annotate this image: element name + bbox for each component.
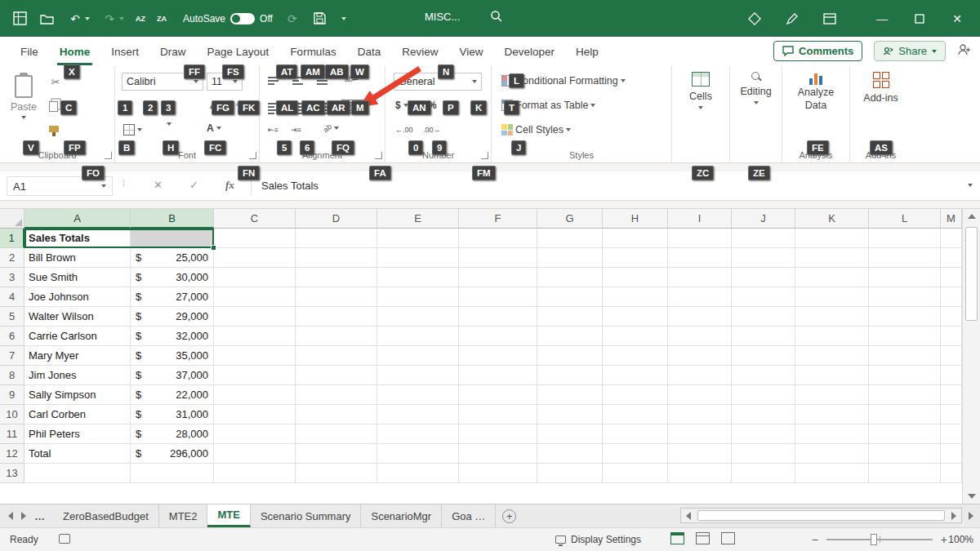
grid-cell[interactable] xyxy=(869,346,941,366)
scroll-right-icon[interactable] xyxy=(947,509,961,522)
grid-cell[interactable] xyxy=(214,327,296,346)
vertical-scroll-thumb[interactable] xyxy=(965,227,978,321)
grid-cell[interactable] xyxy=(732,287,795,307)
format-as-table-button[interactable]: Format as Table xyxy=(501,100,595,111)
font-color-button[interactable]: A xyxy=(207,122,221,134)
grid-cell[interactable] xyxy=(296,287,377,307)
sort-az-icon[interactable]: AZ xyxy=(136,16,145,22)
increase-indent-button[interactable]: ⇥≡ xyxy=(291,126,301,134)
row-header-11[interactable]: 11 xyxy=(0,424,24,444)
decrease-decimal-button[interactable]: .00→ xyxy=(423,126,441,134)
grid-cell[interactable] xyxy=(296,424,377,444)
sheet-overflow-button[interactable]: … xyxy=(34,510,45,522)
sheet-scroll-right-end[interactable] xyxy=(964,508,978,523)
align-center-button[interactable] xyxy=(292,101,303,116)
save-icon[interactable] xyxy=(312,11,328,27)
grid-cell[interactable] xyxy=(869,229,941,248)
grid-cell[interactable] xyxy=(668,307,732,327)
row-header-13[interactable]: 13 xyxy=(0,464,24,483)
grid-cell[interactable] xyxy=(732,444,795,464)
grid-cell[interactable] xyxy=(459,229,537,248)
column-header-F[interactable]: F xyxy=(459,209,537,229)
row-header-10[interactable]: 10 xyxy=(0,405,24,424)
grow-font-button[interactable]: A˄ xyxy=(210,100,223,111)
quick-access-caret-icon[interactable] xyxy=(341,17,346,20)
font-name-combo[interactable]: Calibri xyxy=(122,73,203,91)
grid-cell[interactable] xyxy=(668,287,732,307)
grid-cell-B13[interactable] xyxy=(131,464,214,483)
maximize-button[interactable] xyxy=(911,11,928,27)
align-left-button[interactable] xyxy=(268,101,278,116)
grid-cell[interactable] xyxy=(668,248,732,268)
grid-cell[interactable] xyxy=(941,444,962,464)
grid-cell-B10[interactable]: $31,000 xyxy=(131,405,214,424)
grid-cell[interactable] xyxy=(869,248,941,268)
grid-cell[interactable] xyxy=(214,366,296,385)
grid-cell[interactable] xyxy=(603,248,668,268)
row-header-1[interactable]: 1 xyxy=(0,229,24,248)
grid-cell[interactable] xyxy=(296,366,377,385)
normal-view-button[interactable] xyxy=(670,532,684,544)
grid-cell[interactable] xyxy=(732,346,795,366)
grid-cell-B4[interactable]: $27,000 xyxy=(131,287,214,307)
paste-button[interactable]: Paste xyxy=(8,72,39,147)
grid-cell[interactable] xyxy=(296,229,377,248)
tab-home[interactable]: Home xyxy=(49,39,101,65)
grid-cell[interactable] xyxy=(296,346,377,366)
grid-cell[interactable] xyxy=(732,248,795,268)
grid-cell[interactable] xyxy=(795,229,869,248)
grid-cell[interactable] xyxy=(377,405,459,424)
grid-cell-A10[interactable]: Carl Corben xyxy=(24,405,131,424)
grid-cell[interactable] xyxy=(377,229,459,248)
grid-cell[interactable] xyxy=(537,346,603,366)
grid-cell-A1[interactable]: Sales Totals xyxy=(24,229,131,248)
scroll-left-icon[interactable] xyxy=(681,509,696,522)
grid-cell[interactable] xyxy=(377,327,459,346)
tab-file[interactable]: File xyxy=(10,39,49,65)
row-header-9[interactable]: 9 xyxy=(0,385,24,405)
scroll-down-icon[interactable] xyxy=(963,489,980,504)
bold-button[interactable]: B xyxy=(123,100,131,111)
borders-button[interactable] xyxy=(123,124,142,136)
grid-cell[interactable] xyxy=(377,464,459,483)
number-format-combo[interactable]: General xyxy=(394,73,482,91)
grid-cell[interactable] xyxy=(869,268,941,287)
addins-button[interactable]: Add-ins xyxy=(850,72,911,104)
grid-cell[interactable] xyxy=(459,307,537,327)
accounting-format-button[interactable]: $ xyxy=(395,100,408,111)
autosave-switch[interactable] xyxy=(230,13,255,24)
grid-cell[interactable] xyxy=(869,424,941,444)
grid-cell[interactable] xyxy=(214,287,296,307)
wrap-text-button[interactable]: ab↩ xyxy=(345,75,359,83)
grid-cell[interactable] xyxy=(732,229,795,248)
align-top-button[interactable] xyxy=(268,75,278,87)
grid-cell[interactable] xyxy=(214,346,296,366)
grid-cell[interactable] xyxy=(603,327,668,346)
grid-cell[interactable] xyxy=(941,248,962,268)
grid-cell[interactable] xyxy=(377,287,459,307)
enter-icon[interactable]: ✓ xyxy=(189,179,198,191)
grid-cell[interactable] xyxy=(537,287,603,307)
grid-cell-A11[interactable]: Phil Peters xyxy=(24,424,131,444)
grid-cell[interactable] xyxy=(941,287,962,307)
grid-cell[interactable] xyxy=(668,327,732,346)
grid-cell[interactable] xyxy=(459,287,537,307)
sheet-nav-left-icon[interactable] xyxy=(8,512,13,520)
scroll-up-icon[interactable] xyxy=(963,209,980,224)
people-icon[interactable] xyxy=(957,43,970,59)
grid-cell[interactable] xyxy=(537,327,603,346)
grid-cell[interactable] xyxy=(732,307,795,327)
grid-cell[interactable] xyxy=(377,307,459,327)
grid-cell[interactable] xyxy=(603,366,668,385)
zoom-percentage[interactable]: 100% xyxy=(948,534,973,545)
increase-decimal-button[interactable]: ←.00 xyxy=(395,126,413,134)
column-header-L[interactable]: L xyxy=(869,209,941,229)
grid-cell[interactable] xyxy=(795,444,869,464)
grid-cell-B3[interactable]: $30,000 xyxy=(131,268,214,287)
column-header-E[interactable]: E xyxy=(377,209,459,229)
grid-cell[interactable] xyxy=(603,346,668,366)
grid-cell[interactable] xyxy=(459,424,537,444)
grid-cell[interactable] xyxy=(941,229,962,248)
row-header-3[interactable]: 3 xyxy=(0,268,24,287)
row-header-12[interactable]: 12 xyxy=(0,444,24,464)
